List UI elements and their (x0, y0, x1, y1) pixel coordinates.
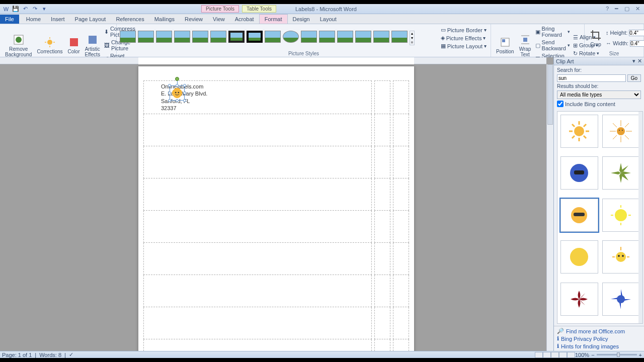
results-scrollbar[interactable] (638, 112, 642, 323)
label-cell[interactable] (144, 114, 372, 146)
tab-layout[interactable]: Layout (315, 15, 342, 24)
label-cell[interactable] (374, 275, 390, 307)
tab-format[interactable]: Format (259, 14, 288, 24)
label-cell[interactable] (393, 81, 409, 114)
clipart-result[interactable] (602, 199, 640, 232)
redo-icon[interactable]: ↷ (31, 5, 39, 13)
gallery-up-icon[interactable]: ▴ (410, 31, 414, 36)
label-cell[interactable] (144, 275, 372, 307)
corrections-button[interactable]: Corrections (35, 35, 64, 55)
picture-border-button[interactable]: ▭Picture Border▾ (440, 26, 488, 34)
clipart-result[interactable] (602, 283, 640, 316)
style-thumb[interactable] (192, 31, 208, 43)
clipart-result[interactable] (602, 115, 640, 148)
office-link[interactable]: 🔎Find more at Office.com (557, 328, 641, 334)
label-cell[interactable] (144, 243, 372, 275)
tab-file[interactable]: File (0, 15, 19, 24)
zoom-in-icon[interactable]: + (639, 352, 642, 358)
style-thumb[interactable] (138, 31, 154, 43)
zoom-out-icon[interactable]: − (591, 352, 594, 358)
height-field[interactable]: ↕Height:▴▾ (605, 29, 644, 37)
style-thumb[interactable] (156, 31, 172, 43)
pane-dropdown-icon[interactable]: ▾ (632, 58, 635, 64)
label-cell[interactable] (374, 339, 390, 351)
label-cell[interactable] (144, 178, 372, 211)
view-draft[interactable] (567, 352, 575, 358)
privacy-link[interactable]: ℹBing Privacy Policy (557, 335, 641, 342)
remove-background-button[interactable]: Remove Background (3, 33, 34, 58)
vertical-scrollbar[interactable] (546, 64, 553, 351)
picture-layout-button[interactable]: ▦Picture Layout▾ (440, 42, 488, 50)
label-cell[interactable] (374, 307, 390, 339)
label-cell[interactable] (144, 146, 372, 178)
gallery-down-icon[interactable]: ▾ (410, 36, 414, 40)
label-cell[interactable] (393, 178, 409, 211)
word-count[interactable]: Words: 8 (39, 352, 61, 358)
page[interactable]: Onlinelabels.com E. Lake Mary Blvd. Sanf… (138, 66, 414, 351)
label-cell[interactable] (393, 243, 409, 275)
clipart-result[interactable] (602, 240, 640, 274)
style-thumb[interactable] (228, 31, 245, 43)
color-button[interactable]: Color (66, 35, 82, 55)
style-thumb[interactable] (247, 31, 263, 43)
clipart-result[interactable] (602, 156, 640, 190)
send-backward-button[interactable]: ▢Send Backward▾ (534, 39, 571, 52)
picture-effects-button[interactable]: ◈Picture Effects▾ (440, 34, 488, 42)
view-fullscreen[interactable] (543, 352, 551, 358)
label-cell[interactable] (144, 307, 372, 339)
tab-view[interactable]: View (208, 15, 230, 24)
label-cell[interactable] (393, 307, 409, 339)
label-cell[interactable] (374, 146, 390, 178)
view-outline[interactable] (559, 352, 567, 358)
zoom-value[interactable]: 100% (575, 352, 589, 358)
pane-close-icon[interactable]: ✕ (637, 58, 642, 64)
search-input[interactable] (557, 74, 626, 82)
hints-link[interactable]: ℹHints for finding images (557, 343, 641, 349)
style-thumb[interactable] (174, 31, 190, 43)
tab-design[interactable]: Design (288, 15, 315, 24)
gallery-more-icon[interactable]: ≡ (410, 40, 414, 45)
tab-mailings[interactable]: Mailings (149, 15, 180, 24)
tab-acrobat[interactable]: Acrobat (230, 15, 259, 24)
bing-checkbox[interactable] (557, 101, 564, 107)
bring-forward-button[interactable]: ▣Bring Forward▾ (534, 25, 571, 38)
tab-insert[interactable]: Insert (46, 15, 70, 24)
zoom-slider[interactable] (597, 354, 637, 355)
label-cell[interactable] (374, 114, 390, 146)
tab-review[interactable]: Review (180, 15, 208, 24)
proofing-icon[interactable]: ✓ (69, 351, 73, 358)
label-cell[interactable] (393, 211, 409, 243)
style-thumb[interactable] (373, 31, 389, 43)
label-cell[interactable] (393, 339, 409, 351)
close-icon[interactable]: ✕ (635, 6, 640, 12)
label-cell[interactable] (144, 339, 372, 351)
wrap-text-button[interactable]: Wrap Text (517, 33, 533, 58)
horizontal-ruler[interactable] (0, 57, 546, 64)
label-cell[interactable] (374, 178, 390, 211)
rotation-handle[interactable] (175, 77, 179, 81)
minimize-icon[interactable]: ━ (615, 6, 618, 12)
page-status[interactable]: Page: 1 of 1 (2, 352, 32, 358)
tab-page-layout[interactable]: Page Layout (70, 15, 111, 24)
height-input[interactable] (629, 30, 644, 36)
help-icon[interactable]: ? (606, 6, 609, 12)
style-thumb[interactable] (319, 31, 335, 43)
restore-icon[interactable]: ▢ (624, 6, 629, 12)
view-web[interactable] (551, 352, 559, 358)
style-thumb[interactable] (301, 31, 317, 43)
crop-button[interactable]: Crop (588, 28, 604, 48)
style-thumb[interactable] (210, 31, 226, 43)
style-thumb[interactable] (120, 31, 136, 43)
width-input[interactable] (630, 40, 644, 47)
qat-dropdown-icon[interactable]: ▾ (40, 5, 48, 13)
style-thumb[interactable] (283, 31, 299, 43)
style-thumb[interactable] (391, 31, 408, 43)
clipart-result[interactable] (560, 156, 598, 190)
label-cell[interactable] (144, 211, 372, 243)
style-thumb[interactable] (337, 31, 353, 43)
clipart-result[interactable] (560, 115, 598, 148)
label-cell[interactable] (374, 81, 390, 114)
document-canvas[interactable]: Onlinelabels.com E. Lake Mary Blvd. Sanf… (0, 57, 553, 351)
undo-icon[interactable]: ↶ (21, 5, 29, 13)
results-filter-select[interactable]: All media file types (557, 90, 641, 99)
